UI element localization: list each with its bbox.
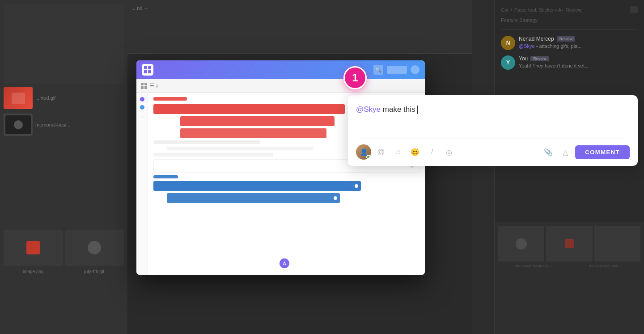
text-cursor (417, 106, 418, 114)
task-bar-1 (153, 104, 345, 114)
header-rect-1 (387, 66, 407, 74)
main-modal: 🔍 ☰ + + (136, 60, 425, 275)
task-bar-3 (180, 128, 326, 138)
at-mention-button[interactable]: @ (374, 145, 388, 159)
app-header: 🔍 (136, 60, 425, 79)
bg-grid-left: ...nted.gif memorial-busi... image.png j… (0, 0, 127, 334)
emoji-button[interactable]: 😊 (408, 145, 422, 159)
reaction-button[interactable]: ☺ (391, 145, 405, 159)
target-button[interactable]: ◎ (442, 145, 456, 159)
comment-submit-button[interactable]: COMMENT (575, 145, 630, 159)
review-badge-1: Review (557, 36, 576, 42)
avatar-nenad: N (501, 36, 515, 50)
list-item: memorial-busi... (4, 114, 124, 136)
list-item: ...nted.gif (4, 87, 124, 109)
online-indicator (366, 155, 371, 159)
task-bar-2 (180, 116, 335, 126)
app-inner-sidebar: + (136, 93, 148, 275)
comment-popup: @Skye make this 👤 @ ☺ 😊 / ◎ 📎 △ COMMENT (348, 95, 638, 166)
right-header-item-1: Cut + Paste tool, Sticker • A+ Review ↑ (501, 6, 638, 13)
app-logo (142, 64, 153, 76)
comment-body-text: make this (381, 105, 417, 114)
header-search-icon: 🔍 (373, 65, 383, 75)
notification-badge: 1 (343, 66, 367, 89)
slash-command-button[interactable]: / (425, 145, 439, 159)
avatar-you: Y (501, 55, 515, 70)
user-avatar: 👤 (356, 144, 371, 160)
add-task-button[interactable]: ☰ + (150, 82, 159, 89)
comment-list: N Nenad Mercep Review @Skye • attaching … (501, 36, 638, 70)
commenter-name-2: You (519, 55, 528, 62)
comment-input-area[interactable]: @Skye make this (356, 103, 630, 132)
review-badge-2: Review (530, 56, 549, 61)
comment-toolbar: 👤 @ ☺ 😊 / ◎ 📎 △ COMMENT (356, 139, 630, 160)
mention-text: @Skye (356, 105, 381, 114)
comment-text-1: @Skye • attaching gifs, pla... (519, 43, 581, 49)
drive-button[interactable]: △ (558, 145, 572, 159)
commenter-name-1: Nenad Mercep (519, 36, 554, 42)
grid-view-icon (141, 83, 147, 89)
task-bar-blue-1 (153, 181, 361, 191)
attach-button[interactable]: 📎 (541, 145, 555, 159)
right-header-item-2: Feature Strategy (501, 17, 638, 23)
comment-entry-2: Y You Review Yeah! They haven't done it … (501, 55, 638, 70)
comment-entry-1: N Nenad Mercep Review @Skye • attaching … (501, 36, 638, 50)
comment-text-2: Yeah! They haven't done it yet... (519, 63, 589, 68)
task-bar-blue-2 (167, 193, 340, 203)
app-toolbar: ☰ + (136, 79, 425, 93)
right-panel: Cut + Paste tool, Sticker • A+ Review ↑ … (494, 0, 644, 334)
header-circle-1 (411, 65, 419, 74)
